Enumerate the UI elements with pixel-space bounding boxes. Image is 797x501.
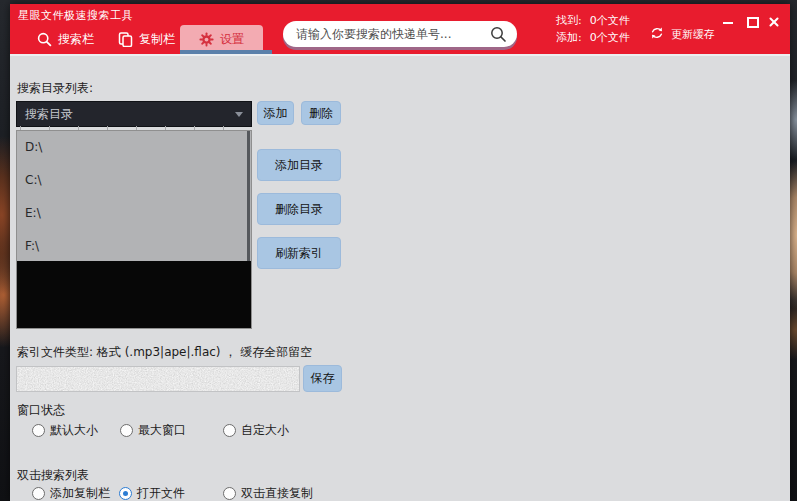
search-icon[interactable] — [490, 26, 507, 43]
radio-default-size[interactable]: 默认大小 — [32, 422, 98, 439]
directory-listbox[interactable]: D:\ C:\ E:\ F:\ — [16, 130, 252, 329]
dropdown-value: 搜索目录 — [17, 106, 235, 123]
tab-label: 搜索栏 — [58, 31, 94, 48]
radio-icon[interactable] — [223, 487, 236, 500]
settings-panel: 搜索目录列表: 搜索目录 添加 删除 D:\ C:\ E:\ F:\ 添加目录 … — [10, 54, 790, 501]
radio-label: 自定大小 — [241, 422, 289, 439]
close-button[interactable] — [766, 15, 782, 29]
minimize-button[interactable] — [720, 15, 736, 29]
radio-label: 双击直接复制 — [241, 485, 313, 501]
tracking-search-input[interactable]: 请输入你要搜索的快递单号... — [283, 21, 517, 47]
list-item[interactable]: D:\ — [17, 131, 251, 164]
window-title: 星眼文件极速搜索工具 — [18, 8, 133, 23]
list-item[interactable]: F:\ — [17, 230, 251, 263]
list-scrollbar[interactable] — [247, 131, 250, 261]
radio-icon[interactable] — [32, 424, 45, 437]
app-window: 星眼文件极速搜索工具 搜索栏 复制栏 — [10, 4, 790, 501]
result-stats: 找到: 0个文件 添加: 0个文件 — [556, 12, 630, 46]
dir-list-label: 搜索目录列表: — [17, 80, 93, 97]
radio-icon-selected[interactable] — [119, 487, 132, 500]
index-type-input[interactable] — [16, 366, 300, 392]
list-empty-area — [17, 261, 251, 328]
radio-custom-size[interactable]: 自定大小 — [223, 422, 289, 439]
add-directory-button[interactable]: 添加目录 — [257, 149, 341, 181]
list-item[interactable]: E:\ — [17, 197, 251, 230]
save-button[interactable]: 保存 — [303, 365, 342, 392]
search-placeholder: 请输入你要搜索的快递单号... — [283, 26, 490, 43]
tab-label: 复制栏 — [139, 31, 175, 48]
search-directory-dropdown[interactable]: 搜索目录 — [16, 101, 252, 127]
radio-label: 添加复制栏 — [50, 485, 110, 501]
list-item[interactable]: C:\ — [17, 164, 251, 197]
radio-icon[interactable] — [32, 487, 45, 500]
tab-search-bar[interactable]: 搜索栏 — [37, 25, 94, 54]
stat-found: 找到: 0个文件 — [556, 12, 630, 29]
add-button[interactable]: 添加 — [257, 101, 294, 125]
stat-label: 找到: — [556, 12, 582, 29]
search-icon — [37, 32, 52, 47]
update-cache-label: 更新缓存 — [671, 27, 715, 42]
refresh-icon — [650, 26, 664, 43]
delete-directory-button[interactable]: 删除目录 — [257, 193, 341, 225]
radio-max-window[interactable]: 最大窗口 — [120, 422, 186, 439]
title-bar: 星眼文件极速搜索工具 搜索栏 复制栏 — [10, 4, 790, 54]
chevron-down-icon — [235, 112, 243, 117]
radio-icon[interactable] — [223, 424, 236, 437]
radio-icon[interactable] — [120, 424, 133, 437]
stat-value: 0个文件 — [590, 12, 630, 29]
maximize-button[interactable] — [744, 15, 760, 29]
radio-label: 打开文件 — [137, 485, 185, 501]
tab-copy-bar[interactable]: 复制栏 — [118, 25, 175, 54]
copy-icon — [118, 32, 133, 47]
tab-label: 设置 — [220, 31, 244, 48]
stat-added: 添加: 0个文件 — [556, 29, 630, 46]
window-state-label: 窗口状态 — [17, 402, 65, 419]
stat-label: 添加: — [556, 29, 582, 46]
radio-direct-copy[interactable]: 双击直接复制 — [223, 485, 313, 501]
stat-value: 0个文件 — [590, 29, 630, 46]
refresh-index-button[interactable]: 刷新索引 — [257, 237, 341, 269]
radio-label: 最大窗口 — [138, 422, 186, 439]
radio-label: 默认大小 — [50, 422, 98, 439]
delete-button[interactable]: 删除 — [301, 101, 341, 125]
double-click-label: 双击搜索列表 — [17, 467, 89, 484]
directory-list: D:\ C:\ E:\ F:\ — [17, 131, 251, 261]
radio-open-file[interactable]: 打开文件 — [119, 485, 185, 501]
gear-icon — [199, 32, 214, 47]
index-type-label: 索引文件类型: 格式 (.mp3|ape|.flac) ， 缓存全部留空 — [17, 344, 312, 361]
update-cache-button[interactable]: 更新缓存 — [650, 26, 715, 43]
radio-add-copy-bar[interactable]: 添加复制栏 — [32, 485, 110, 501]
screen: 星眼文件极速搜索工具 搜索栏 复制栏 — [0, 0, 797, 501]
